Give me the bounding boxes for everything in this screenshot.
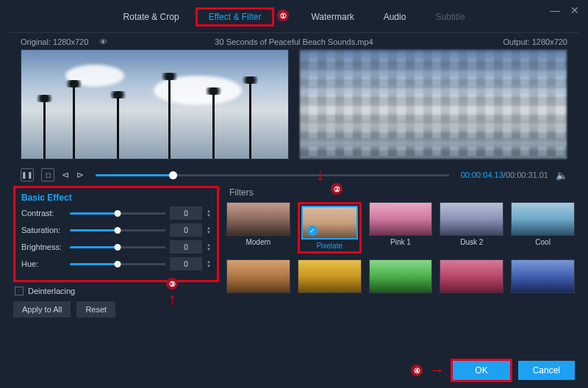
hue-down[interactable]: ▼ (207, 265, 211, 268)
filters-panel: ↓ ② Filters Modern✓PixelatePink 1Dusk 2C… (226, 186, 575, 317)
filter-item-unnamed[interactable] (298, 259, 362, 295)
seek-slider[interactable] (96, 174, 449, 176)
original-resolution: Original: 1280x720 (21, 37, 88, 46)
filter-thumb (226, 202, 290, 236)
volume-icon[interactable]: 🔈 (556, 170, 567, 181)
callout-2: ② (331, 183, 343, 195)
hue-label: Hue: (21, 259, 65, 268)
filter-item-dusk-2[interactable]: Dusk 2 (440, 202, 503, 254)
tab-subtitle[interactable]: Subtitle (422, 7, 478, 26)
filter-item-unnamed[interactable] (369, 259, 433, 295)
filter-thumb (369, 259, 433, 293)
saturation-value[interactable]: 0 (170, 223, 202, 237)
stop-button[interactable]: ◻ (41, 168, 54, 182)
saturation-up[interactable]: ▲ (207, 226, 211, 230)
filter-item-cool[interactable]: Cool (511, 202, 575, 254)
filter-item-pink-1[interactable]: Pink 1 (369, 202, 433, 254)
brightness-down[interactable]: ▼ (207, 248, 211, 251)
minimize-icon[interactable]: — (550, 4, 560, 16)
filter-item-modern[interactable]: Modern (226, 202, 290, 254)
basic-effect-panel: Basic Effect Contrast: 0 ▲▼ Saturation: … (13, 186, 219, 282)
eye-icon[interactable]: 👁 (99, 37, 107, 46)
hue-up[interactable]: ▲ (207, 260, 211, 264)
filter-thumb (440, 259, 503, 293)
filter-thumb (369, 202, 433, 236)
filter-label: Pixelate (301, 242, 358, 250)
check-icon: ✓ (307, 226, 318, 236)
filter-label: Modern (226, 238, 290, 246)
close-icon[interactable]: ✕ (570, 4, 579, 16)
callout-1: ① (277, 10, 289, 21)
output-resolution: Output: 1280x720 (503, 37, 567, 46)
filter-thumb (440, 202, 503, 236)
filter-item-unnamed[interactable] (226, 259, 290, 295)
arrow-up-icon: ↑ (168, 290, 176, 309)
saturation-label: Saturation: (21, 226, 65, 234)
hue-slider[interactable] (70, 263, 165, 265)
arrow-down-icon: ↓ (316, 165, 324, 184)
pause-button[interactable]: ❚❚ (21, 168, 34, 182)
preview-panes (0, 49, 588, 164)
tab-watermark[interactable]: Watermark (298, 7, 367, 26)
contrast-slider[interactable] (70, 212, 165, 215)
info-bar: Original: 1280x720 👁 30 Seconds of Peace… (0, 33, 588, 49)
filters-title: Filters (229, 187, 575, 198)
footer: ④ → OK Cancel (411, 359, 575, 382)
deinterlacing-checkbox[interactable] (15, 287, 24, 295)
brightness-slider[interactable] (70, 246, 165, 248)
window-controls: — ✕ (550, 4, 579, 16)
brightness-up[interactable]: ▲ (207, 243, 211, 247)
apply-to-all-button[interactable]: Apply to All (13, 301, 71, 317)
time-display: 00:00:04.13/00:00:31.01 (461, 170, 548, 179)
brightness-label: Brightness: (21, 242, 65, 251)
callout-4: ④ (411, 364, 423, 376)
contrast-label: Contrast: (21, 209, 65, 218)
ok-button[interactable]: OK (451, 359, 512, 382)
reset-button[interactable]: Reset (76, 301, 115, 317)
saturation-down[interactable]: ▼ (207, 231, 211, 234)
playback-bar: ❚❚ ◻ ⊲ ⊳ 00:00:04.13/00:00:31.01 🔈 (0, 164, 588, 186)
tab-rotate-crop[interactable]: Rotate & Crop (110, 7, 193, 26)
file-name: 30 Seconds of Peaceful Beach Sounds.mp4 (215, 37, 373, 46)
tab-effect-filter[interactable]: Effect & Filter (196, 7, 275, 26)
filter-thumb (298, 259, 362, 293)
saturation-slider[interactable] (70, 229, 165, 231)
filter-item-unnamed[interactable] (440, 259, 503, 295)
cancel-button[interactable]: Cancel (518, 361, 575, 380)
filter-thumb: ✓ (301, 206, 358, 240)
filter-thumb (226, 259, 290, 293)
filter-label: Pink 1 (369, 238, 433, 246)
filter-label: Dusk 2 (440, 238, 503, 246)
filter-thumb (511, 259, 575, 293)
filter-item-unnamed[interactable] (511, 259, 575, 295)
tabs: Rotate & Crop Effect & Filter ① Watermar… (9, 0, 579, 33)
deinterlacing-label: Deinterlacing (28, 287, 75, 295)
contrast-down[interactable]: ▼ (207, 214, 211, 218)
preview-original (21, 49, 289, 159)
filter-label: Cool (511, 238, 575, 246)
basic-effect-title: Basic Effect (21, 193, 211, 203)
contrast-up[interactable]: ▲ (207, 209, 211, 213)
arrow-right-icon: → (429, 361, 445, 380)
filter-item-pixelate[interactable]: ✓Pixelate (298, 202, 362, 254)
contrast-value[interactable]: 0 (170, 206, 202, 220)
hue-value[interactable]: 0 (170, 257, 202, 270)
brightness-value[interactable]: 0 (170, 240, 202, 254)
preview-output (299, 49, 567, 159)
callout-3: ③ (166, 278, 178, 290)
tab-audio[interactable]: Audio (370, 7, 420, 26)
filter-thumb (511, 202, 575, 236)
prev-frame-button[interactable]: ⊲ (62, 170, 69, 180)
next-frame-button[interactable]: ⊳ (76, 170, 84, 180)
